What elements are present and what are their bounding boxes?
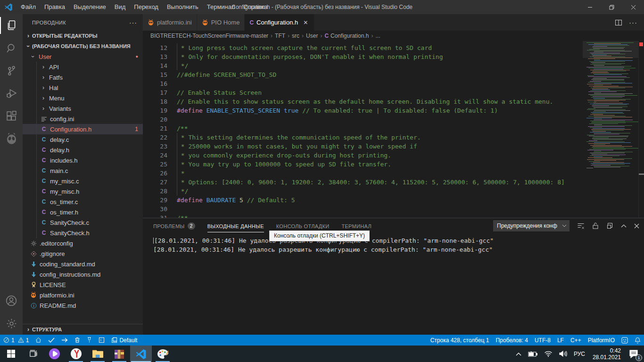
code-line-13[interactable]: 13 * Only for documentation purposes, DO… [143,52,583,61]
editor-more-actions-icon[interactable]: ··· [629,18,637,26]
breadcrumb-item[interactable]: CConfiguration.h [324,33,369,39]
close-tab-icon[interactable]: ✕ [302,19,309,26]
code-line-17[interactable]: 17// Enable Status Screen [143,88,583,97]
tree-item-hal[interactable]: ›Hal [23,82,143,93]
tree-item-delay.h[interactable]: Cdelay.h [23,145,143,155]
sidebar-more-actions-icon[interactable]: ··· [129,19,137,26]
file-explorer-icon[interactable] [87,346,108,362]
extensions-icon[interactable] [0,105,23,127]
tab-platformio.ini[interactable]: platformio.ini [143,14,197,31]
tree-item-sanitycheck.c[interactable]: CSanityCheck.c [23,217,143,228]
code-line-19[interactable]: 19#define ENABLE_STATUS_SCREEN true // T… [143,106,583,115]
code-line-27[interactable]: 27 * Options: [2400: 0, 9600: 1, 19200: … [143,178,583,187]
run-debug-icon[interactable] [0,82,23,105]
open-output-in-editor-icon[interactable] [606,222,613,230]
account-icon[interactable] [0,289,23,312]
status-cursor-position[interactable]: Строка 428, столбец 1 [427,335,493,346]
pio-serial-monitor-button[interactable] [95,335,108,346]
source-control-icon[interactable] [0,59,23,82]
close-window-button[interactable] [622,0,644,14]
code-line-25[interactable]: 25 * You may try up to 1000000 to speed … [143,160,583,169]
menu-файл[interactable]: Файл [17,0,40,14]
status-language-mode[interactable]: C++ [567,335,585,346]
battery-icon[interactable] [525,346,541,362]
output-content[interactable]: [28.01.2021, 00:31:46] Не удалось разреш… [143,233,644,254]
code-editor[interactable]: 1112 * Long press touch screen capture t… [143,41,644,218]
tray-expand-icon[interactable] [512,346,525,362]
tree-item-fatfs[interactable]: ›Fatfs [23,72,143,82]
panel-tab-проблемы[interactable]: ПРОБЛЕМЫ2 [153,219,195,232]
clock[interactable]: 0:42 28.01.2021 [588,347,625,361]
pio-build-button[interactable] [45,335,58,346]
code-line-15[interactable]: 15//#define SCREEN_SHOT_TO_SD [143,70,583,79]
tree-item-variants[interactable]: ›Variants [23,103,143,114]
tab-configuration.h[interactable]: CConfiguration.h✕ [245,14,314,31]
menu-справка[interactable]: Справка [239,0,272,14]
tree-item-.editorconfig[interactable]: .editorconfig [23,238,143,248]
tree-item-includes.h[interactable]: Cincludes.h [23,155,143,165]
tree-item-delay.c[interactable]: Cdelay.c [23,134,143,145]
pio-test-button[interactable] [83,335,95,346]
pio-env-switcher[interactable]: Default [108,335,140,346]
tree-item-main.c[interactable]: Cmain.c [23,165,143,176]
code-line-16[interactable]: 16 [143,79,583,88]
breadcrumb-item[interactable]: src [292,33,299,39]
menu-вид[interactable]: Вид [110,0,130,14]
notifications-bell-icon[interactable] [631,335,644,346]
code-line-24[interactable]: 24 * you commonly experience drop-outs d… [143,151,583,160]
tree-item-sanitycheck.h[interactable]: CSanityCheck.h [23,228,143,238]
paint-icon[interactable] [152,346,173,362]
status-platformio[interactable]: PlatformIO [585,335,618,346]
tree-item-os-timer.h[interactable]: Cos_timer.h [23,207,143,217]
code-line-20[interactable]: 20 [143,115,583,124]
tree-item-platformio.ini[interactable]: platformio.ini [23,290,143,300]
winrar-icon[interactable] [108,346,130,362]
breadcrumb-item[interactable]: BIGTREETECH-TouchScreenFirmware-master [150,33,268,39]
maximize-panel-icon[interactable] [621,224,627,228]
vscode-taskbar-icon[interactable] [130,346,152,362]
code-line-14[interactable]: 14 */ [143,61,583,70]
breadcrumb-item[interactable]: TFT [275,33,285,39]
unlock-scroll-icon[interactable] [592,222,599,230]
code-line-26[interactable]: 26 * [143,169,583,178]
search-icon[interactable] [0,37,23,59]
tree-item-configuration.h[interactable]: CConfiguration.h1 [23,124,143,134]
code-line-22[interactable]: 22 * This setting determines the communi… [143,133,583,142]
workspace-section[interactable]: › (РАБОЧАЯ ОБЛАСТЬ) БЕЗ НАЗВАНИЯ [23,41,143,51]
code-line-21[interactable]: 21/** [143,124,583,133]
outline-section[interactable]: › СТРУКТУРА [23,324,143,335]
tree-item-menu[interactable]: ›Menu [23,93,143,103]
alisa-assistant-icon[interactable] [43,346,65,362]
code-line-30[interactable]: 30 [143,205,583,214]
language-indicator[interactable]: РУС [570,346,588,362]
tree-item-readme.md[interactable]: README.md [23,300,143,311]
menu-терминал[interactable]: Терминал [203,0,239,14]
start-button[interactable] [0,346,22,362]
code-line-23[interactable]: 23 * 250000 works in most cases, but you… [143,142,583,151]
tree-item-license[interactable]: LICENSE [23,280,143,290]
clear-output-icon[interactable] [577,222,585,230]
breadcrumb-item[interactable]: ... [375,33,380,39]
pio-upload-button[interactable] [58,335,71,346]
tree-item-user[interactable]: ›User● [23,51,143,62]
overview-ruler[interactable] [638,41,644,218]
status-eol[interactable]: LF [554,335,567,346]
panel-tab-выходные-данные[interactable]: ВЫХОДНЫЕ ДАННЫЕ [207,219,264,232]
restore-button[interactable] [601,0,622,14]
menu-выполнить[interactable]: Выполнить [163,0,203,14]
menu-выделение[interactable]: Выделение [69,0,110,14]
tree-item-os-timer.c[interactable]: Cos_timer.c [23,197,143,207]
minimize-button[interactable] [579,0,601,14]
open-editors-section[interactable]: › ОТКРЫТЫЕ РЕДАКТОРЫ [23,31,143,41]
pio-home-button[interactable] [32,335,45,346]
tree-item-config-instructions.md[interactable]: config_instructions.md [23,269,143,280]
code-line-12[interactable]: 12 * Long press touch screen capture the… [143,43,583,52]
status-indentation[interactable]: Пробелов: 4 [492,335,531,346]
pio-clean-button[interactable] [71,335,83,346]
platformio-icon[interactable] [0,127,23,150]
split-editor-icon[interactable] [615,19,622,26]
code-line-28[interactable]: 28 */ [143,187,583,196]
action-center-icon[interactable]: 1 [625,346,644,362]
code-line-18[interactable]: 18// Enable this to show status screen a… [143,97,583,106]
wifi-icon[interactable] [541,346,556,362]
